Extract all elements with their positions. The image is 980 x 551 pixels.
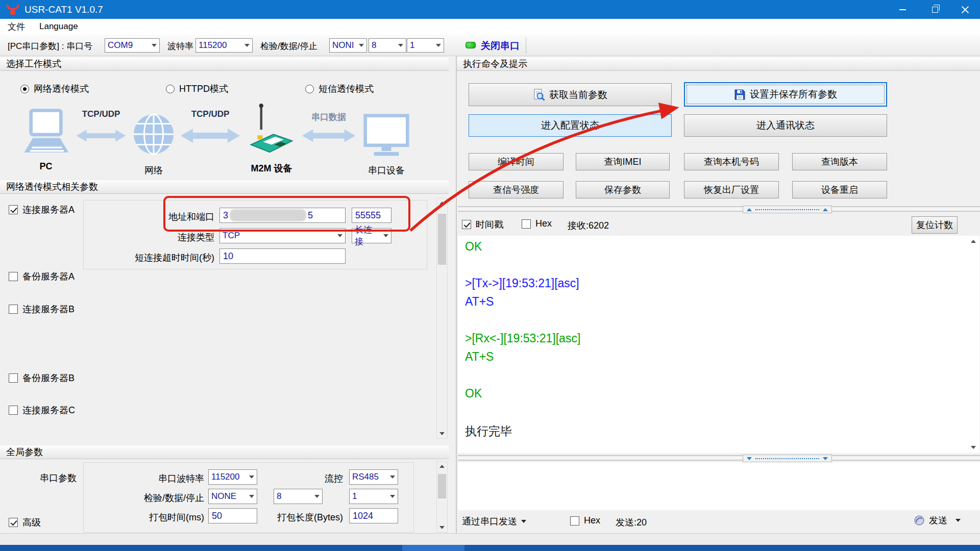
pack-length-input[interactable]: 1024: [349, 508, 398, 523]
scrollbar-thumb[interactable]: [438, 474, 446, 498]
send-button[interactable]: 发送: [914, 514, 961, 527]
link1-label: TCP/UDP: [75, 109, 128, 119]
checkbox-advanced[interactable]: 高级: [9, 516, 41, 529]
com-port-select[interactable]: COM9: [105, 38, 160, 53]
checkbox-backup-server-a[interactable]: 备份服务器A: [9, 270, 75, 283]
menu-language[interactable]: Language: [39, 21, 78, 32]
title-bar: USR-CAT1 V1.0.7: [0, 0, 980, 19]
close-icon: [961, 6, 969, 14]
close-port-button[interactable]: 关闭串口: [481, 39, 520, 53]
chevron-down-icon: [314, 495, 320, 498]
radio-sms-mode[interactable]: 短信透传模式: [305, 83, 374, 95]
send-text-input[interactable]: [458, 462, 980, 510]
pack-time-input[interactable]: 50: [208, 508, 257, 523]
checkbox-send-hex[interactable]: Hex: [570, 515, 600, 526]
network-globe-icon: [133, 113, 175, 155]
global-baud-select[interactable]: 115200: [208, 469, 257, 485]
scrollbar-thumb[interactable]: [438, 214, 446, 265]
arrow-up-icon: [971, 240, 976, 243]
server-port-input[interactable]: 55555: [352, 208, 391, 223]
minimize-button[interactable]: [888, 0, 917, 19]
close-button[interactable]: [950, 0, 980, 19]
radio-icon: [166, 85, 175, 93]
chevron-down-icon: [955, 519, 961, 522]
scroll-up-button[interactable]: [968, 237, 978, 246]
net-params-scrollbar[interactable]: [436, 198, 448, 439]
checkbox-icon: [570, 516, 579, 525]
radio-icon: [305, 85, 314, 93]
scroll-up-button[interactable]: [437, 462, 447, 471]
taskbar-highlight: [402, 545, 464, 551]
chevron-down-icon: [390, 475, 395, 479]
maximize-button[interactable]: [920, 0, 950, 19]
global-params-header: 全局参数: [0, 445, 449, 459]
pc-label: PC: [19, 161, 72, 172]
compile-time-button[interactable]: 编译时间: [469, 153, 564, 170]
checkbox-connect-server-a[interactable]: 连接服务器A: [9, 204, 75, 216]
pack-time-label: 打包时间(ms): [122, 511, 204, 523]
scroll-down-button[interactable]: [968, 443, 978, 452]
search-doc-icon: [533, 89, 545, 101]
radio-httpd-mode[interactable]: HTTPD模式: [166, 83, 228, 95]
device-restart-button[interactable]: 设备重启: [792, 181, 887, 198]
chevron-down-icon: [436, 44, 441, 47]
query-local-number-button[interactable]: 查询本机号码: [684, 153, 779, 170]
query-imei-button[interactable]: 查询IMEI: [576, 153, 670, 170]
scroll-down-button[interactable]: [437, 429, 447, 438]
server-address-input[interactable]: 3 5: [219, 208, 346, 223]
stopbits-select[interactable]: 1: [407, 38, 444, 53]
scroll-up-button[interactable]: [437, 198, 447, 208]
enter-config-state-button[interactable]: 进入配置状态: [469, 114, 672, 137]
menu-file[interactable]: 文件: [8, 21, 25, 33]
conn-type-select[interactable]: TCP: [219, 228, 346, 243]
checkbox-connect-server-b[interactable]: 连接服务器B: [9, 303, 75, 315]
collapse-down-icon: [823, 457, 828, 460]
databits-select[interactable]: 8: [369, 38, 406, 53]
pc-laptop-icon: [19, 108, 72, 158]
splitter-bottom[interactable]: [458, 455, 980, 461]
short-conn-timeout-input[interactable]: 10: [219, 248, 346, 264]
status-bar: [0, 533, 980, 545]
global-params-scrollbar[interactable]: [436, 461, 448, 533]
radio-net-transparent-mode[interactable]: 网络透传模式: [20, 83, 89, 95]
global-baud-label: 串口波特率: [122, 472, 204, 485]
save-params-button[interactable]: 保存参数: [576, 181, 670, 198]
conn-mode-select[interactable]: 长连接: [352, 228, 391, 243]
checkbox-recv-hex[interactable]: Hex: [522, 218, 552, 229]
scroll-down-button[interactable]: [437, 523, 447, 532]
flow-control-select[interactable]: RS485: [349, 469, 398, 485]
chevron-down-icon: [337, 234, 342, 237]
global-parity-select[interactable]: NONE: [208, 489, 257, 504]
send-via-serial-dropdown[interactable]: 通过串口发送: [462, 515, 526, 528]
checkbox-connect-server-c[interactable]: 连接服务器C: [9, 404, 75, 416]
baud-label: 波特率: [167, 40, 193, 52]
baud-select[interactable]: 115200: [195, 38, 253, 53]
query-version-button[interactable]: 查询版本: [792, 153, 887, 170]
enter-comm-state-button[interactable]: 进入通讯状态: [684, 114, 887, 137]
collapse-up-icon: [747, 208, 752, 211]
reset-count-button[interactable]: 复位计数: [912, 216, 958, 234]
chevron-down-icon: [249, 495, 254, 498]
factory-reset-button[interactable]: 恢复出厂设置: [684, 181, 779, 198]
query-signal-button[interactable]: 查信号强度: [469, 181, 564, 198]
global-stopbits-select[interactable]: 1: [349, 489, 398, 504]
send-count: 发送:20: [616, 516, 647, 529]
splitter-handle[interactable]: [743, 455, 832, 462]
log-scrollbar[interactable]: [968, 236, 979, 453]
checkbox-backup-server-b[interactable]: 备份服务器B: [9, 372, 75, 384]
m2m-device-label: M2M 设备: [241, 162, 302, 174]
arrow-up-icon: [439, 465, 445, 468]
splitter-handle[interactable]: [743, 206, 832, 213]
global-databits-select[interactable]: 8: [274, 489, 323, 504]
arrow-network-device-icon: [180, 126, 241, 146]
checkbox-timestamp[interactable]: 时间戳: [462, 218, 503, 231]
minimize-icon: [899, 9, 906, 10]
pack-length-label: 打包长度(Bytes): [261, 511, 343, 523]
set-save-all-params-button[interactable]: 设置并保存所有参数: [684, 82, 887, 107]
splitter-top[interactable]: [458, 206, 980, 212]
chevron-down-icon: [383, 234, 388, 237]
parity-select[interactable]: NONI: [329, 38, 367, 53]
short-conn-timeout-label: 短连接超时时间(秒): [77, 252, 214, 264]
receive-log-area[interactable]: OK >[Tx->][19:53:21][asc] AT+S >[Rx<-][1…: [458, 236, 969, 453]
get-current-params-button[interactable]: 获取当前参数: [469, 83, 672, 106]
